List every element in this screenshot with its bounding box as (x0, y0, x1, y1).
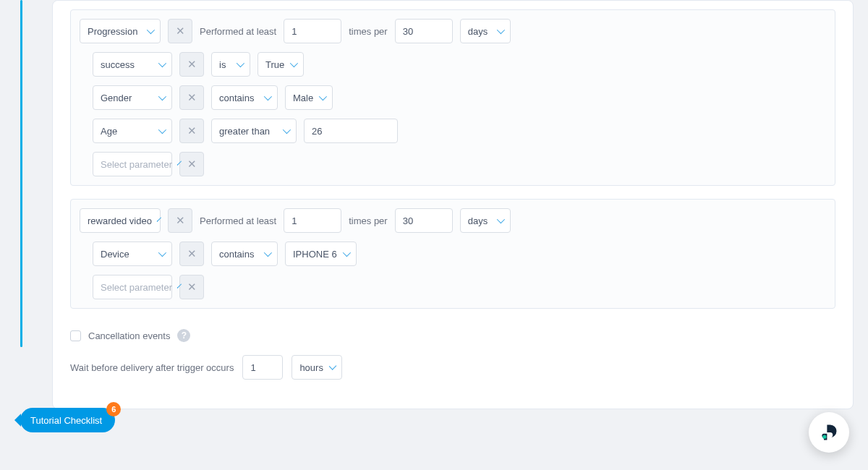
chevron-down-icon (158, 249, 166, 257)
param-op-select[interactable]: contains (211, 242, 278, 266)
param-placeholder-select-label: Select parameter (101, 159, 172, 170)
param-name-select[interactable]: Gender (93, 85, 172, 110)
brand-icon (819, 422, 839, 443)
param-op-select-label: is (219, 59, 226, 70)
window-unit-select-label: days (468, 215, 488, 226)
param-name-select-label: Gender (101, 93, 132, 103)
chevron-down-icon (158, 59, 166, 67)
wait-before-row: Wait before delivery after trigger occur… (70, 349, 835, 391)
brand-launcher-button[interactable] (809, 412, 849, 453)
event-select[interactable]: rewarded video (80, 208, 161, 233)
chevron-down-icon (158, 93, 166, 101)
chevron-down-icon (157, 217, 161, 221)
trigger-card: Progression✕Performed at leasttimes perd… (52, 0, 854, 409)
param-value-select[interactable]: Male (285, 85, 333, 110)
event-select-label: Progression (88, 26, 137, 37)
chevron-down-icon (158, 126, 166, 134)
param-op-select[interactable]: contains (211, 85, 278, 110)
param-op-select-label: contains (219, 93, 254, 103)
chevron-down-icon (237, 59, 244, 67)
help-icon[interactable]: ? (177, 329, 190, 342)
cancellation-events-label: Cancellation events (88, 330, 170, 341)
wait-unit-select[interactable]: hours (292, 355, 342, 380)
param-placeholder-select[interactable]: Select parameter (93, 275, 172, 299)
param-name-select[interactable]: Device (93, 242, 172, 266)
window-unit-select[interactable]: days (460, 19, 511, 43)
remove-button[interactable]: ✕ (179, 152, 204, 176)
at-least-input[interactable] (284, 208, 341, 233)
param-row: success✕isTrue (80, 52, 826, 77)
param-value-select-label: IPHONE 6 (293, 249, 337, 260)
param-name-select[interactable]: success (93, 52, 172, 77)
remove-button[interactable]: ✕ (168, 208, 192, 233)
remove-button[interactable]: ✕ (179, 85, 204, 110)
tutorial-checklist-button[interactable]: Tutorial Checklist 6 (20, 408, 115, 432)
param-row: Age✕greater than (80, 119, 826, 143)
param-name-select[interactable]: Age (93, 119, 172, 143)
param-value-select-label: True (265, 59, 284, 70)
rule-header-row: Progression✕Performed at leasttimes perd… (80, 19, 826, 43)
remove-button[interactable]: ✕ (179, 52, 204, 77)
chevron-down-icon (283, 126, 291, 134)
cancellation-events-row: Cancellation events ? (70, 322, 835, 349)
window-count-input[interactable] (395, 19, 453, 43)
param-placeholder-select-label: Select parameter (101, 282, 172, 293)
chevron-down-icon (329, 362, 337, 370)
param-row: Gender✕containsMale (80, 85, 826, 110)
wait-unit-label: hours (299, 362, 323, 373)
event-select-label: rewarded video (88, 215, 152, 226)
param-value-select[interactable]: IPHONE 6 (285, 242, 357, 266)
chevron-down-icon (264, 249, 272, 257)
rule-header-row: rewarded video✕Performed at leasttimes p… (80, 208, 826, 233)
param-value-input[interactable] (304, 119, 398, 143)
chevron-down-icon (342, 249, 350, 257)
param-op-select[interactable]: is (211, 52, 250, 77)
chevron-down-icon (496, 26, 504, 34)
wait-amount-input[interactable] (242, 355, 283, 380)
performed-at-least-label: Performed at least (200, 26, 276, 37)
param-name-select-label: success (101, 59, 135, 70)
param-name-select-label: Device (101, 249, 129, 260)
window-unit-select[interactable]: days (460, 208, 511, 233)
param-placeholder-row: Select parameter✕ (80, 152, 826, 176)
param-op-select[interactable]: greater than (211, 119, 297, 143)
param-row: Device✕containsIPHONE 6 (80, 242, 826, 266)
performed-at-least-label: Performed at least (200, 215, 276, 226)
param-name-select-label: Age (101, 126, 117, 137)
chevron-down-icon (264, 93, 272, 101)
chevron-down-icon (290, 59, 298, 67)
remove-button[interactable]: ✕ (179, 275, 204, 299)
times-per-label: times per (349, 26, 387, 37)
window-unit-select-label: days (468, 26, 488, 37)
rule-block: Progression✕Performed at leasttimes perd… (70, 9, 835, 186)
rule-block: rewarded video✕Performed at leasttimes p… (70, 199, 835, 309)
chevron-down-icon (147, 26, 155, 34)
param-op-select-label: contains (219, 249, 254, 260)
wait-before-label: Wait before delivery after trigger occur… (70, 362, 234, 373)
param-value-select-label: Male (293, 93, 313, 103)
timeline-rail (20, 0, 22, 347)
cancellation-events-checkbox[interactable] (70, 330, 81, 341)
at-least-input[interactable] (284, 19, 341, 43)
remove-button[interactable]: ✕ (179, 242, 204, 266)
remove-button[interactable]: ✕ (168, 19, 192, 43)
svg-rect-0 (822, 435, 826, 439)
param-value-select[interactable]: True (258, 52, 304, 77)
param-placeholder-row: Select parameter✕ (80, 275, 826, 299)
window-count-input[interactable] (395, 208, 453, 233)
param-placeholder-select[interactable]: Select parameter (93, 152, 172, 176)
param-op-select-label: greater than (219, 126, 270, 137)
chevron-down-icon (496, 215, 504, 223)
chevron-down-icon (319, 93, 327, 101)
times-per-label: times per (349, 215, 387, 226)
remove-button[interactable]: ✕ (179, 119, 204, 143)
tutorial-checklist-label: Tutorial Checklist (30, 415, 102, 426)
event-select[interactable]: Progression (80, 19, 161, 43)
